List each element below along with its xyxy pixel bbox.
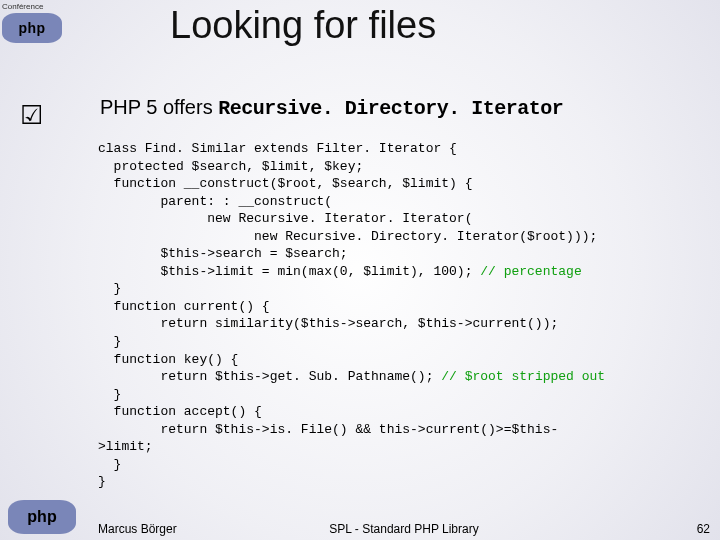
footer-page-number: 62 — [697, 522, 710, 536]
php-logo-bottom: php — [8, 500, 76, 534]
slide-subtitle: PHP 5 offers Recursive. Directory. Itera… — [100, 96, 710, 120]
check-icon: ☑ — [20, 100, 43, 131]
conference-logo: Conférence php — [2, 2, 88, 43]
slide-title: Looking for files — [170, 4, 700, 47]
sidebar: Conférence php ☑ php — [0, 0, 90, 540]
subtitle-classname: Recursive. Directory. Iterator — [218, 97, 563, 120]
subtitle-text: PHP 5 offers — [100, 96, 218, 118]
slide-footer: Marcus Börger SPL - Standard PHP Library… — [98, 522, 710, 536]
code-listing: class Find. Similar extends Filter. Iter… — [98, 140, 714, 510]
php-logo-icon: php — [2, 13, 62, 43]
footer-author: Marcus Börger — [98, 522, 177, 536]
php-logo-icon: php — [8, 500, 76, 534]
conference-label: Conférence — [2, 2, 88, 11]
bullet-column: ☑ — [20, 100, 43, 131]
footer-library: SPL - Standard PHP Library — [329, 522, 478, 536]
